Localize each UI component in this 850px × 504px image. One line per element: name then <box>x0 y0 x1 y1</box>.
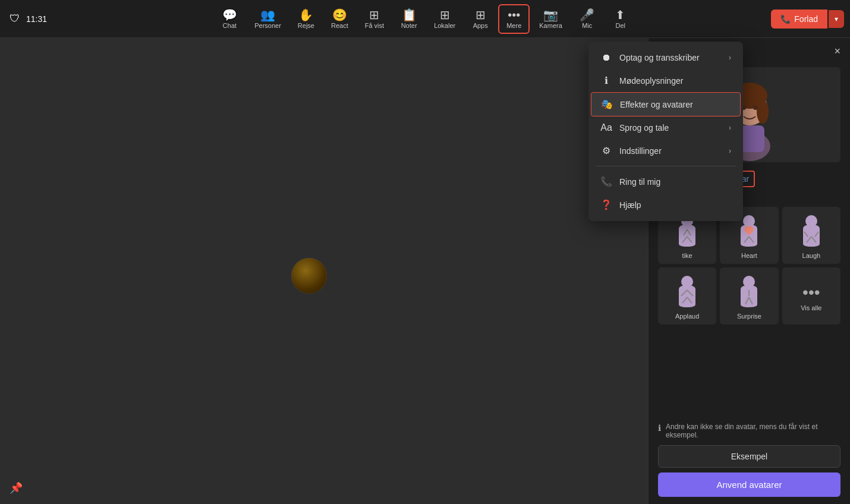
kamera-label: Kamera <box>539 22 562 29</box>
sprog-icon: Aa <box>600 122 612 133</box>
toolbar-react-button[interactable]: 😊 React <box>324 5 355 33</box>
top-bar: 🛡 11:31 💬 Chat 👥 Personer ✋ Rejse 😊 Reac… <box>0 0 850 38</box>
forlad-phone-icon: 📞 <box>780 14 791 24</box>
time-display: 11:31 <box>26 14 47 24</box>
topbar-right: 📞 Forlad ▾ <box>771 10 844 29</box>
info-icon: ℹ <box>658 423 661 433</box>
optag-chevron-icon: › <box>729 53 731 62</box>
toolbar-mic-button[interactable]: 🎤 Mic <box>572 5 603 33</box>
menu-item-moede[interactable]: ℹ Mødeoplysninger <box>591 69 741 92</box>
svg-point-4 <box>757 100 769 124</box>
toolbar-faavist-button[interactable]: ⊞ Få vist <box>358 5 391 33</box>
lokaler-icon: ⊞ <box>440 9 450 21</box>
reaction-laugh-icon <box>797 214 826 250</box>
close-panel-button[interactable]: × <box>834 45 840 58</box>
mic-label: Mic <box>582 22 592 29</box>
dropdown-menu: ⏺ Optag og transskriber › ℹ Mødeoplysnin… <box>588 42 743 221</box>
reaction-vis-alle[interactable]: ••• Vis alle <box>782 267 840 325</box>
menu-item-optag[interactable]: ⏺ Optag og transskriber › <box>591 46 741 69</box>
chevron-down-icon: ▾ <box>835 15 838 23</box>
chat-label: Chat <box>223 22 237 29</box>
hjaelp-icon: ❓ <box>600 199 612 210</box>
bottom-left-pin-icon[interactable]: 📌 <box>10 481 23 494</box>
indstillinger-chevron-icon: › <box>729 147 731 155</box>
reaction-heart-label: Heart <box>741 252 757 259</box>
toolbar-personer-button[interactable]: 👥 Personer <box>247 5 288 33</box>
shield-icon: 🛡 <box>10 12 20 25</box>
reaction-laugh[interactable]: Laugh <box>782 207 840 264</box>
del-label: Del <box>616 22 626 29</box>
topbar-left: 🛡 11:31 <box>10 12 47 25</box>
panel-footer: ℹ Andre kan ikke se din avatar, mens du … <box>648 415 850 504</box>
reaction-tike-label: tike <box>682 252 692 259</box>
rejse-label: Rejse <box>298 22 314 29</box>
moede-icon: ℹ <box>600 75 612 86</box>
eksempel-button[interactable]: Eksempel <box>658 445 840 468</box>
svg-point-6 <box>753 105 758 110</box>
reaction-surprise[interactable]: Surprise <box>720 267 778 325</box>
del-icon: ⬆ <box>615 9 625 21</box>
vis-alle-dots-icon: ••• <box>802 283 820 302</box>
mic-icon: 🎤 <box>580 9 594 21</box>
reaction-applaud-icon <box>673 275 701 310</box>
reaction-applaud-label: Applaud <box>675 313 699 320</box>
reaction-surprise-icon <box>735 275 763 310</box>
react-label: React <box>331 22 348 29</box>
reaction-applaud[interactable]: Applaud <box>658 267 716 325</box>
menu-divider <box>596 166 736 166</box>
avatar-circle <box>291 258 327 294</box>
optag-label: Optag og transskriber <box>619 53 700 62</box>
chat-icon: 💬 <box>222 9 237 21</box>
toolbar: 💬 Chat 👥 Personer ✋ Rejse 😊 React ⊞ Få v… <box>214 4 636 34</box>
info-text: Andre kan ikke se din avatar, mens du få… <box>666 423 840 439</box>
apps-icon: ⊞ <box>476 9 486 21</box>
noter-icon: 📋 <box>402 9 417 21</box>
menu-item-indstillinger[interactable]: ⚙ Indstillinger › <box>591 139 741 162</box>
toolbar-lokaler-button[interactable]: ⊞ Lokaler <box>427 5 462 33</box>
hjaelp-label: Hjælp <box>619 200 641 210</box>
toolbar-kamera-button[interactable]: 📷 Kamera <box>532 5 569 33</box>
sprog-chevron-icon: › <box>729 124 731 132</box>
reaction-vis-alle-label: Vis alle <box>801 304 821 311</box>
mere-icon: ••• <box>508 9 520 21</box>
lokaler-label: Lokaler <box>434 22 455 29</box>
forlad-button[interactable]: 📞 Forlad <box>771 10 827 29</box>
reaction-laugh-label: Laugh <box>802 252 821 259</box>
sprog-label: Sprog og tale <box>619 123 669 133</box>
menu-item-hjaelp[interactable]: ❓ Hjælp <box>591 193 741 216</box>
menu-item-sprog[interactable]: Aa Sprog og tale › <box>591 116 741 139</box>
mere-label: Mere <box>506 22 521 29</box>
anvend-button[interactable]: Anvend avatarer <box>658 472 840 497</box>
effekter-label: Effekter og avatarer <box>620 100 693 109</box>
indstillinger-label: Indstillinger <box>619 146 662 156</box>
personer-icon: 👥 <box>260 9 275 21</box>
faavist-icon: ⊞ <box>369 9 379 21</box>
reactions-grid: tike Heart Laugh <box>648 207 850 325</box>
kamera-icon: 📷 <box>543 9 558 21</box>
info-row: ℹ Andre kan ikke se din avatar, mens du … <box>658 423 840 439</box>
personer-label: Personer <box>254 22 281 29</box>
apps-label: Apps <box>473 22 488 29</box>
noter-label: Noter <box>401 22 417 29</box>
forlad-label: Forlad <box>794 14 818 24</box>
indstillinger-icon: ⚙ <box>600 145 612 156</box>
menu-item-ring[interactable]: 📞 Ring til mig <box>591 170 741 193</box>
react-icon: 😊 <box>332 9 347 21</box>
toolbar-del-button[interactable]: ⬆ Del <box>605 5 636 33</box>
moede-label: Mødeoplysninger <box>619 76 683 86</box>
effekter-icon: 🎭 <box>601 99 613 110</box>
toolbar-chat-button[interactable]: 💬 Chat <box>214 5 245 33</box>
rejse-icon: ✋ <box>298 9 313 21</box>
reaction-surprise-label: Surprise <box>737 313 761 320</box>
toolbar-rejse-button[interactable]: ✋ Rejse <box>291 5 322 33</box>
toolbar-mere-button[interactable]: ••• Mere <box>498 4 530 34</box>
forlad-dropdown-button[interactable]: ▾ <box>829 10 844 28</box>
ring-label: Ring til mig <box>619 177 660 187</box>
toolbar-apps-button[interactable]: ⊞ Apps <box>465 5 496 33</box>
toolbar-noter-button[interactable]: 📋 Noter <box>393 5 424 33</box>
optag-icon: ⏺ <box>600 52 612 63</box>
menu-item-effekter[interactable]: 🎭 Effekter og avatarer <box>591 92 741 116</box>
user-avatar-main <box>291 258 327 294</box>
faavist-label: Få vist <box>365 22 384 29</box>
ring-icon: 📞 <box>600 176 612 187</box>
